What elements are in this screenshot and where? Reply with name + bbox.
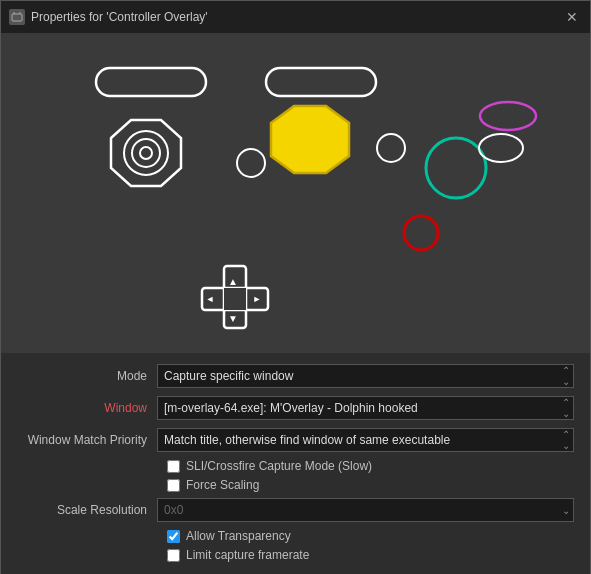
allow-transparency-row: Allow Transparency [17,529,574,543]
mode-label: Mode [17,369,157,383]
mode-row: Mode Capture specific window ⌃⌄ [17,363,574,389]
window-select[interactable]: [m-overlay-64.exe]: M'Overlay - Dolphin … [157,396,574,420]
svg-point-14 [404,216,438,250]
svg-text:►: ► [252,294,261,304]
limit-framerate-checkbox[interactable] [167,549,180,562]
dialog-icon [9,9,25,25]
allow-transparency-label[interactable]: Allow Transparency [186,529,291,543]
sli-label[interactable]: SLI/Crossfire Capture Mode (Slow) [186,459,372,473]
svg-point-7 [132,139,160,167]
title-bar: Properties for 'Controller Overlay' ✕ [1,1,590,33]
svg-text:▲: ▲ [228,276,238,287]
limit-framerate-row: Limit capture framerate [17,548,574,562]
dialog-title: Properties for 'Controller Overlay' [31,10,556,24]
svg-rect-3 [96,68,206,96]
window-label: Window [17,401,157,415]
scale-resolution-row: Scale Resolution 0x0 ⌄ [17,497,574,523]
sli-row: SLI/Crossfire Capture Mode (Slow) [17,459,574,473]
controller-preview: ▲ ▼ ◄ ► [1,33,590,353]
scale-resolution-select[interactable]: 0x0 [157,498,574,522]
limit-framerate-label[interactable]: Limit capture framerate [186,548,309,562]
close-button[interactable]: ✕ [562,7,582,27]
svg-text:▼: ▼ [228,313,238,324]
svg-point-15 [480,102,536,130]
settings-area: Mode Capture specific window ⌃⌄ Window [… [1,353,590,574]
window-match-row: Window Match Priority Match title, other… [17,427,574,453]
svg-text:◄: ◄ [205,294,214,304]
svg-marker-5 [111,120,181,186]
scale-resolution-label: Scale Resolution [17,503,157,517]
window-control: [m-overlay-64.exe]: M'Overlay - Dolphin … [157,396,574,420]
svg-point-16 [479,134,523,162]
scale-resolution-control: 0x0 ⌄ [157,498,574,522]
window-match-control: Match title, otherwise find window of sa… [157,428,574,452]
svg-rect-0 [12,14,22,21]
svg-point-12 [377,134,405,162]
force-scaling-label[interactable]: Force Scaling [186,478,259,492]
svg-point-6 [124,131,168,175]
force-scaling-checkbox[interactable] [167,479,180,492]
mode-control: Capture specific window ⌃⌄ [157,364,574,388]
dialog-window: Properties for 'Controller Overlay' ✕ [0,0,591,574]
mode-select[interactable]: Capture specific window [157,364,574,388]
svg-point-9 [237,149,265,177]
window-match-label: Window Match Priority [17,433,157,447]
svg-point-11 [286,115,334,163]
controller-svg: ▲ ▼ ◄ ► [36,48,556,338]
svg-point-8 [140,147,152,159]
allow-transparency-checkbox[interactable] [167,530,180,543]
svg-rect-19 [224,288,246,310]
force-scaling-row: Force Scaling [17,478,574,492]
sli-checkbox[interactable] [167,460,180,473]
window-match-select[interactable]: Match title, otherwise find window of sa… [157,428,574,452]
window-row: Window [m-overlay-64.exe]: M'Overlay - D… [17,395,574,421]
svg-rect-4 [266,68,376,96]
svg-point-13 [426,138,486,198]
